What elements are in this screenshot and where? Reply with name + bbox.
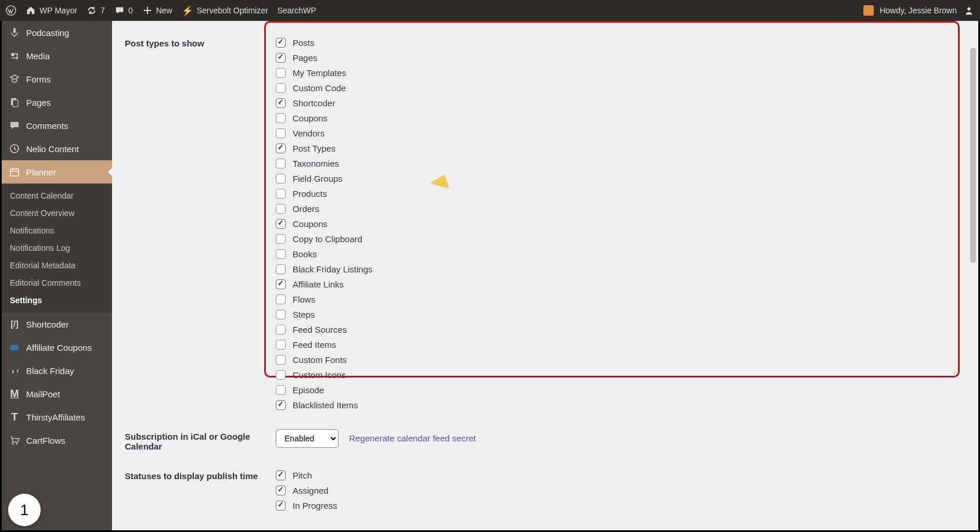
post-type-checkbox[interactable] [276,370,286,380]
post-type-row[interactable]: Flows [276,293,965,306]
post-type-checkbox[interactable] [276,204,286,214]
post-type-row[interactable]: Books [276,247,965,261]
sidebar-item-mailpoet[interactable]: MMailPoet [2,382,112,405]
post-type-checkbox[interactable] [276,340,286,350]
post-type-row[interactable]: Post Types [276,142,965,155]
subscription-select[interactable]: Enabled [276,429,338,448]
post-type-checkbox[interactable] [276,355,286,365]
post-type-row[interactable]: Vendors [276,127,965,140]
status-checkbox[interactable] [276,470,286,480]
post-type-row[interactable]: Taxonomies [276,157,965,170]
settings-content: Post types to show PostsPagesMy Template… [112,21,978,530]
code-icon: [/] [9,318,20,330]
post-type-row[interactable]: Feed Sources [276,323,965,336]
post-type-row[interactable]: Black Friday Listings [276,263,965,276]
sidebar-item-affiliate-coupons[interactable]: Affiliate Coupons [2,336,112,359]
svg-point-10 [12,443,14,445]
submenu-item-content-overview[interactable]: Content Overview [2,204,112,222]
post-type-row[interactable]: Custom Fonts [276,353,965,366]
post-type-checkbox[interactable] [276,310,286,319]
sidebar-item-label: Planner [26,167,56,177]
status-label: In Progress [293,499,337,512]
status-row[interactable]: Pitch [276,469,965,482]
post-type-row[interactable]: My Templates [276,66,965,80]
post-type-row[interactable]: Posts [276,36,965,49]
post-type-checkbox[interactable] [276,400,286,410]
post-type-checkbox[interactable] [276,128,286,138]
submenu-item-notifications[interactable]: Notifications [2,222,112,239]
post-type-checkbox[interactable] [276,249,286,259]
sidebar-item-shortcoder[interactable]: [/]Shortcoder [2,312,112,336]
submenu-item-notifications-log[interactable]: Notifications Log [2,239,112,257]
post-type-row[interactable]: Episode [276,383,965,397]
submenu-item-content-calendar[interactable]: Content Calendar [2,187,112,204]
sidebar-item-black-friday[interactable]: Black Friday [2,359,112,382]
post-type-checkbox[interactable] [276,294,286,304]
statuses-label: Statuses to display publish time [125,469,276,481]
post-type-checkbox[interactable] [276,68,286,78]
post-type-checkbox[interactable] [276,264,286,274]
sidebar-item-pages[interactable]: Pages [2,91,112,114]
post-type-row[interactable]: Field Groups [276,172,965,185]
post-type-checkbox[interactable] [276,385,286,395]
post-type-row[interactable]: Orders [276,202,965,215]
post-type-row[interactable]: Shortcoder [276,96,965,110]
post-type-label: Steps [293,308,315,321]
post-type-row[interactable]: Pages [276,51,965,64]
wp-logo[interactable] [6,5,16,16]
post-type-checkbox[interactable] [276,143,286,153]
post-type-checkbox[interactable] [276,83,286,93]
account-link[interactable]: Howdy, Jessie Brown [880,5,974,16]
post-type-row[interactable]: Coupons [276,217,965,231]
post-type-row[interactable]: Custom Code [276,81,965,95]
post-type-row[interactable]: Copy to Clipboard [276,232,965,246]
sidebar-item-podcasting[interactable]: Podcasting [2,21,112,44]
searchwp-link[interactable]: SearchWP [278,6,316,15]
sidebar-item-media[interactable]: Media [2,44,112,67]
svg-point-1 [967,8,970,10]
submenu-item-editorial-metadata[interactable]: Editorial Metadata [2,257,112,274]
status-checkbox[interactable] [276,486,286,495]
post-type-checkbox[interactable] [276,174,286,184]
post-type-checkbox[interactable] [276,219,286,229]
post-type-row[interactable]: Affiliate Links [276,278,965,291]
post-type-checkbox[interactable] [276,234,286,244]
comments-link[interactable]: 0 [114,5,133,16]
sidebar-item-thirstyaffiliates[interactable]: TThirstyAffiliates [2,405,112,429]
status-row[interactable]: Assigned [276,484,965,497]
status-checkbox[interactable] [276,501,286,511]
post-type-row[interactable]: Products [276,187,965,200]
post-type-checkbox[interactable] [276,279,286,289]
regenerate-link[interactable]: Regenerate calendar feed secret [349,433,475,443]
mic-icon [9,27,20,38]
sidebar-item-planner[interactable]: Planner [2,160,112,184]
post-type-label: Coupons [293,217,327,231]
submenu-item-settings[interactable]: Settings [2,292,112,309]
new-content-link[interactable]: New [142,5,172,16]
scrollbar[interactable] [970,48,976,263]
svg-point-4 [16,57,18,59]
post-type-checkbox[interactable] [276,38,286,48]
status-row[interactable]: In Progress [276,499,965,512]
site-name-link[interactable]: WP Mayor [26,5,77,16]
post-type-checkbox[interactable] [276,189,286,199]
submenu-item-editorial-comments[interactable]: Editorial Comments [2,274,112,292]
sidebar-item-cartflows[interactable]: CartFlows [2,429,112,452]
post-type-row[interactable]: Steps [276,308,965,321]
sidebar-item-comments[interactable]: Comments [2,114,112,137]
post-type-label: Products [293,187,327,200]
sidebar-item-label: Forms [26,74,51,84]
post-type-checkbox[interactable] [276,113,286,123]
sidebar-item-nelio-content[interactable]: Nelio Content [2,137,112,160]
post-type-checkbox[interactable] [276,159,286,168]
post-type-checkbox[interactable] [276,325,286,335]
post-type-row[interactable]: Custom Icons [276,368,965,382]
post-type-checkbox[interactable] [276,98,286,108]
updates-link[interactable]: 7 [87,5,105,16]
servebolt-link[interactable]: ⚡Servebolt Optimizer [182,5,268,16]
post-type-row[interactable]: Coupons [276,112,965,125]
post-type-row[interactable]: Blacklisted Items [276,398,965,412]
post-type-row[interactable]: Feed Items [276,338,965,351]
post-type-checkbox[interactable] [276,53,286,63]
sidebar-item-forms[interactable]: Forms [2,67,112,91]
